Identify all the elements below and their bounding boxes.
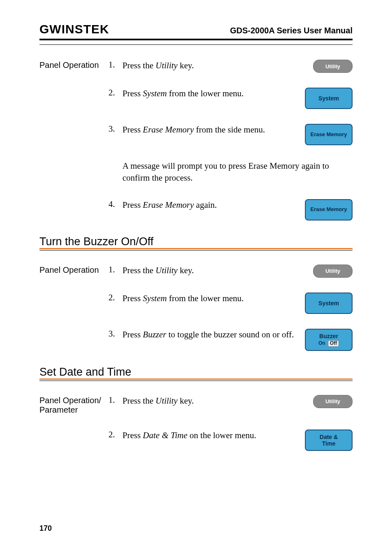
- step-text: Press Buzzer to toggle the buzzer sound …: [122, 329, 302, 341]
- section-buzzer: Panel Operation 1. Press the Utility key…: [39, 265, 353, 351]
- step-number: 4.: [108, 199, 122, 209]
- step-row: 4. Press Erase Memory again. Erase Memor…: [39, 199, 353, 221]
- step-text: Press System from the lower menu.: [122, 88, 302, 100]
- step-row: 3. Press Erase Memory from the side menu…: [39, 124, 353, 145]
- document-title: GDS-2000A Series User Manual: [230, 26, 353, 35]
- buzzer-toggle-button: Buzzer On Off: [305, 329, 353, 351]
- utility-key-button: Utility: [313, 265, 353, 278]
- step-number: 3.: [108, 329, 122, 339]
- buzzer-label: Buzzer: [319, 333, 338, 339]
- row-label: Panel Operation/ Parameter: [39, 395, 108, 415]
- step-row: 2. Press System from the lower menu. Sys…: [39, 88, 353, 109]
- step-text: Press the Utility key.: [122, 265, 302, 276]
- system-menu-button: System: [305, 88, 353, 109]
- note-row: A message will prompt you to press Erase…: [39, 160, 353, 184]
- brand-logo: GWINSTEK: [39, 22, 109, 36]
- row-label: Panel Operation: [39, 265, 108, 275]
- step-row: 3. Press Buzzer to toggle the buzzer sou…: [39, 329, 353, 351]
- step-text: Press Date & Time on the lower menu.: [122, 430, 302, 441]
- buzzer-off-option: Off: [328, 340, 339, 347]
- system-menu-button: System: [305, 293, 353, 314]
- step-row: Panel Operation 1. Press the Utility key…: [39, 60, 353, 73]
- heading-rule: [39, 248, 353, 251]
- step-row: 2. Press System from the lower menu. Sys…: [39, 293, 353, 314]
- step-text: Press the Utility key.: [122, 60, 302, 72]
- section-heading-buzzer: Turn the Buzzer On/Off: [39, 235, 353, 248]
- step-text: Press Erase Memory from the side menu.: [122, 124, 302, 136]
- step-row: 2. Press Date & Time on the lower menu. …: [39, 430, 353, 451]
- section-heading-datetime: Set Date and Time: [39, 366, 353, 379]
- page-header: GWINSTEK GDS-2000A Series User Manual: [39, 22, 353, 40]
- erase-memory-button: Erase Memory: [305, 124, 353, 145]
- section-datetime: Panel Operation/ Parameter 1. Press the …: [39, 395, 353, 451]
- step-row: Panel Operation 1. Press the Utility key…: [39, 265, 353, 278]
- note-text: A message will prompt you to press Erase…: [108, 160, 353, 184]
- utility-key-button: Utility: [313, 60, 353, 73]
- step-text: Press Erase Memory again.: [122, 199, 302, 211]
- erase-memory-button: Erase Memory: [305, 199, 353, 221]
- header-rule: [39, 44, 353, 45]
- step-text: Press System from the lower menu.: [122, 293, 302, 304]
- utility-key-button: Utility: [313, 395, 353, 408]
- step-number: 2.: [108, 430, 122, 440]
- step-number: 1.: [108, 395, 122, 405]
- step-number: 2.: [108, 293, 122, 303]
- row-label: Panel Operation: [39, 60, 108, 70]
- buzzer-on-option: On: [318, 341, 325, 346]
- step-number: 3.: [108, 124, 122, 134]
- step-number: 1.: [108, 265, 122, 275]
- step-row: Panel Operation/ Parameter 1. Press the …: [39, 395, 353, 415]
- step-number: 2.: [108, 88, 122, 98]
- heading-rule: [39, 379, 353, 381]
- page-number: 170: [39, 524, 52, 533]
- date-time-button: Date & Time: [305, 430, 353, 451]
- step-number: 1.: [108, 60, 122, 70]
- section-erase-memory: Panel Operation 1. Press the Utility key…: [39, 60, 353, 221]
- step-text: Press the Utility key.: [122, 395, 302, 407]
